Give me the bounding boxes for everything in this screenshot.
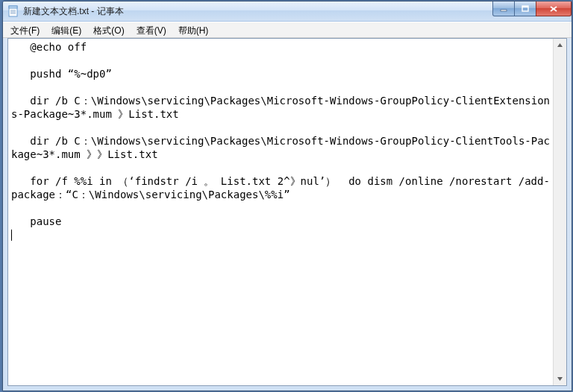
svg-rect-5 [501, 10, 507, 11]
minimize-icon [500, 5, 507, 13]
scroll-up-button[interactable] [554, 39, 566, 51]
text-caret [11, 230, 12, 241]
menu-edit[interactable]: 编辑(E) [46, 22, 87, 37]
notepad-icon [7, 5, 19, 17]
maximize-button[interactable] [514, 1, 536, 16]
scroll-down-button[interactable] [554, 373, 566, 385]
window-title: 新建文本文档.txt - 记事本 [23, 5, 493, 18]
vertical-scrollbar[interactable] [553, 39, 566, 385]
menu-help[interactable]: 帮助(H) [172, 22, 215, 37]
close-icon [549, 5, 558, 13]
notepad-window: 新建文本文档.txt - 记事本 文件(F) 编辑(E) 格式(O) 查看(V)… [2, 1, 572, 391]
svg-rect-1 [9, 6, 17, 8]
menu-file[interactable]: 文件(F) [4, 22, 46, 37]
text-editor[interactable]: @echo off pushd “%~dp0” dir /b C：\Window… [8, 39, 553, 385]
scroll-track[interactable] [554, 51, 566, 373]
chevron-up-icon [557, 42, 563, 48]
close-button[interactable] [536, 1, 572, 16]
menu-format[interactable]: 格式(O) [87, 22, 130, 37]
svg-marker-11 [557, 377, 563, 381]
minimize-button[interactable] [492, 1, 515, 16]
chevron-down-icon [557, 376, 563, 382]
menu-view[interactable]: 查看(V) [131, 22, 172, 37]
svg-marker-10 [557, 43, 563, 47]
window-controls [493, 1, 572, 16]
client-area: @echo off pushd “%~dp0” dir /b C：\Window… [7, 38, 567, 386]
menubar: 文件(F) 编辑(E) 格式(O) 查看(V) 帮助(H) [3, 22, 572, 38]
titlebar[interactable]: 新建文本文档.txt - 记事本 [3, 1, 572, 22]
maximize-icon [522, 5, 529, 13]
